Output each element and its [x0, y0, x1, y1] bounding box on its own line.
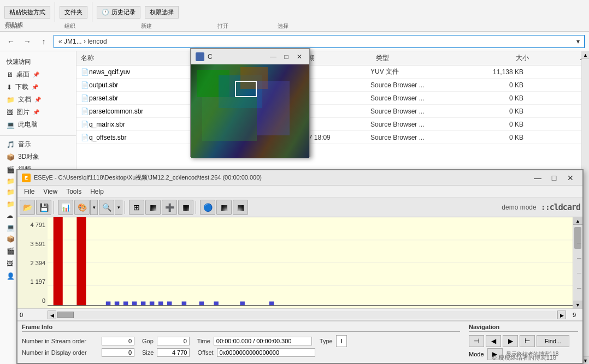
- color-btn[interactable]: 🎨: [74, 200, 90, 215]
- zoom-btn[interactable]: 🔍: [99, 200, 114, 215]
- address-path[interactable]: « JM1... › lencod ▾: [54, 35, 585, 48]
- table-row[interactable]: 📄parset.sbr 7 18:09 Source Browser ... 0…: [76, 92, 589, 105]
- toolbar-sep-1: [54, 201, 56, 214]
- svg-rect-20: [269, 301, 274, 305]
- nav-buttons: ⊣ ◀ ▶ ⊢ Find...: [469, 335, 578, 347]
- scrollbar-down-arrow[interactable]: ▼: [573, 301, 582, 308]
- nav-prev-btn[interactable]: ◀: [486, 335, 501, 347]
- table-row[interactable]: 📄q_offsets.sbr 2025/2/17 18:09 Source Br…: [76, 131, 589, 144]
- sidebar-item-documents[interactable]: 📁 文档 📌: [0, 93, 76, 106]
- xaxis-scroll-left-btn[interactable]: ◀: [48, 311, 56, 319]
- plus-btn[interactable]: ➕: [162, 200, 177, 215]
- svg-rect-10: [123, 301, 128, 305]
- toolbar-sep-3: [196, 201, 198, 214]
- menu-view[interactable]: View: [39, 187, 62, 196]
- video-title: C: [208, 53, 213, 61]
- chart-btn[interactable]: 📊: [58, 200, 73, 215]
- scrollbar-thumb-right[interactable]: [574, 227, 581, 249]
- open-file-btn[interactable]: 📂: [20, 200, 35, 215]
- forward-button[interactable]: →: [21, 35, 34, 48]
- type-label: Type: [320, 338, 333, 344]
- ribbon-label-open: 打开: [217, 22, 228, 30]
- gop-value: [157, 337, 190, 345]
- frame-row-stream: Number in Stream order Gop Time Type I: [22, 335, 460, 347]
- file-list-header: 名称 修改日期 类型 大小 ▲: [76, 51, 589, 65]
- table-row[interactable]: 📄q_matrix.sbr 7 18:09 Source Browser ...…: [76, 118, 589, 131]
- table-row[interactable]: 📄news_qcif.yuv 1:43 YUV 文件 11,138 KB: [76, 65, 589, 79]
- file-icon: 📄: [81, 121, 89, 128]
- scrollbar-track-right: — — — —: [573, 225, 582, 301]
- paste-btn[interactable]: 粘贴快捷方式: [4, 6, 50, 19]
- sidebar-item-thispc[interactable]: 💻 此电脑: [0, 118, 76, 131]
- svg-rect-12: [141, 301, 146, 305]
- file-icon: 📄: [81, 81, 89, 89]
- tick-1: —: [577, 240, 581, 245]
- back-button[interactable]: ←: [4, 35, 17, 48]
- chart-y-axis: 4 791 3 591 2 394 1 197 0: [17, 217, 48, 308]
- eseye-toolbar: 📂 💾 📊 🎨 ▾ 🔍 ▾ ⊞ ▦ ➕ ▦ 🔵 ▦ ▦ demo mode ::…: [17, 198, 582, 217]
- frame-row-display: Number in Display order Size Offset: [22, 348, 460, 357]
- dot-btn[interactable]: 🔵: [200, 200, 215, 215]
- eseye-maximize-btn[interactable]: □: [546, 172, 562, 184]
- eseye-app-icon: E: [22, 174, 31, 182]
- video-selection-rect: [235, 81, 257, 97]
- sidebar-item-music[interactable]: 🎵音乐: [0, 138, 76, 151]
- y-label-4791: 4 791: [20, 222, 45, 228]
- table-row[interactable]: 📄output.sbr 7 18:09 Source Browser ... 0…: [76, 79, 589, 92]
- close-button[interactable]: ✕: [294, 52, 305, 61]
- nav-last-btn[interactable]: ⊢: [520, 335, 535, 347]
- zoom-dropdown[interactable]: 🔍 ▾: [99, 200, 122, 215]
- sidebar-item-downloads[interactable]: ⬇ 下载 📌: [0, 81, 76, 93]
- table-row[interactable]: 📄parsetcommon.sbr 7 18:09 Source Browser…: [76, 105, 589, 118]
- grid-btn[interactable]: ⊞: [129, 200, 144, 215]
- eseye-minimize-btn[interactable]: —: [530, 172, 545, 184]
- table-btn[interactable]: ▦: [145, 200, 161, 215]
- color-dropdown-arrow[interactable]: ▾: [90, 200, 98, 215]
- offset-label: Offset: [197, 349, 213, 356]
- pics-icon: 🖼: [7, 109, 13, 116]
- folder-btn[interactable]: 文件夹: [60, 6, 87, 19]
- xaxis-scroll-right-btn[interactable]: ▶: [557, 311, 566, 319]
- file-icon: 📄: [81, 108, 89, 115]
- permission-btn[interactable]: 权限选择: [145, 6, 179, 19]
- header-size[interactable]: 大小: [474, 53, 529, 63]
- pin-icon-4: 📌: [33, 109, 39, 115]
- eseye-titlebar-left: E ESEyE - C:\Users\qlf1118\Desktop\Xu视频\…: [22, 174, 262, 182]
- grid2-btn[interactable]: ▦: [216, 200, 232, 215]
- chart-scrollbar-right[interactable]: ▲ — — — — ▼: [573, 217, 582, 308]
- menu-file[interactable]: File: [20, 187, 39, 196]
- sidebar-item-3d[interactable]: 📦3D对象: [0, 151, 76, 163]
- chart-area: 4 791 3 591 2 394 1 197 0: [17, 217, 582, 308]
- svg-rect-19: [240, 301, 245, 305]
- zoom-dropdown-arrow[interactable]: ▾: [115, 200, 122, 215]
- desktop-icon: 🖥: [7, 71, 13, 79]
- save-btn[interactable]: 💾: [36, 200, 51, 215]
- maximize-button[interactable]: □: [281, 52, 292, 61]
- brand-logo: ::cldcard: [541, 202, 580, 212]
- color-dropdown[interactable]: 🎨 ▾: [74, 200, 98, 215]
- menu-tools[interactable]: Tools: [62, 187, 86, 196]
- video-titlebar-buttons: — □ ✕: [268, 52, 305, 61]
- layout-btn[interactable]: ▦: [178, 200, 193, 215]
- up-button[interactable]: ↑: [37, 35, 50, 48]
- history-btn[interactable]: 🕐 历史记录: [97, 6, 140, 19]
- menu-help[interactable]: Help: [86, 187, 108, 196]
- pin-icon-2: 📌: [32, 84, 38, 90]
- xaxis-thumb[interactable]: [57, 312, 74, 318]
- nav-first-btn[interactable]: ⊣: [469, 335, 484, 347]
- header-type[interactable]: 类型: [376, 53, 474, 63]
- chart-main[interactable]: [48, 217, 573, 308]
- svg-rect-7: [76, 217, 86, 306]
- find-button[interactable]: Find...: [537, 335, 569, 347]
- xaxis-track[interactable]: [57, 311, 556, 319]
- sidebar-item-desktop[interactable]: 🖥 桌面 📌: [0, 68, 76, 81]
- sidebar-item-pictures[interactable]: 🖼 图片 📌: [0, 106, 76, 118]
- y-label-0: 0: [20, 297, 45, 304]
- nav-next-btn[interactable]: ▶: [503, 335, 518, 347]
- scrollbar-up-btn[interactable]: ▲: [582, 51, 589, 59]
- block-btn[interactable]: ▦: [233, 200, 248, 215]
- minimize-button[interactable]: —: [268, 52, 279, 61]
- eseye-close-btn[interactable]: ✕: [563, 172, 578, 184]
- dropdown-icon[interactable]: ▾: [576, 38, 580, 45]
- scrollbar-up-arrow[interactable]: ▲: [573, 217, 582, 225]
